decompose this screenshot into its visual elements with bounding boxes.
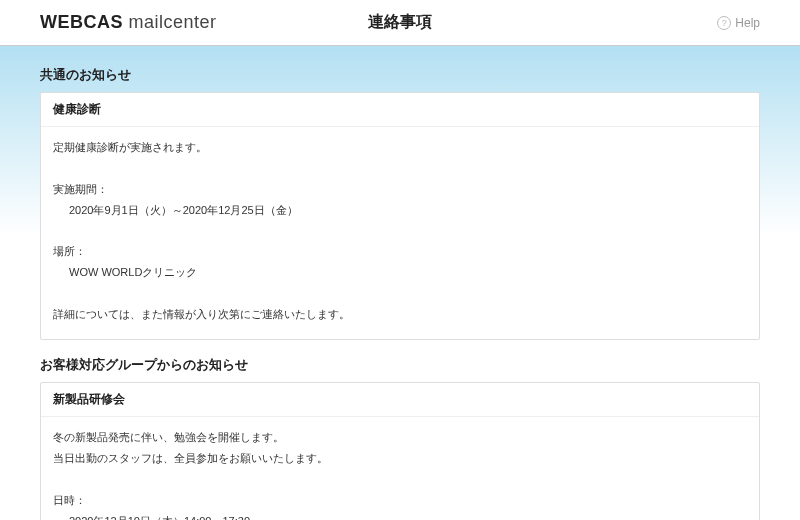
notice-box-group: 新製品研修会 冬の新製品発売に伴い、勉強会を開催します。 当日出勤のスタッフは、… bbox=[40, 382, 760, 520]
notice-box-general: 健康診断 定期健康診断が実施されます。 実施期間： 2020年9月1日（火）～2… bbox=[40, 92, 760, 340]
help-label: Help bbox=[735, 16, 760, 30]
logo-thin: mailcenter bbox=[129, 12, 217, 32]
notice1-title: 健康診断 bbox=[41, 93, 759, 127]
header-bar: WEBCAS mailcenter 連絡事項 ? Help bbox=[0, 0, 800, 46]
notice2-line1: 冬の新製品発売に伴い、勉強会を開催します。 bbox=[53, 427, 747, 448]
notice1-period-label: 実施期間： bbox=[53, 179, 747, 200]
notice2-body: 冬の新製品発売に伴い、勉強会を開催します。 当日出勤のスタッフは、全員参加をお願… bbox=[41, 417, 759, 520]
content-area: 共通のお知らせ 健康診断 定期健康診断が実施されます。 実施期間： 2020年9… bbox=[0, 46, 800, 520]
notice1-line1: 定期健康診断が実施されます。 bbox=[53, 137, 747, 158]
help-link[interactable]: ? Help bbox=[717, 16, 760, 30]
notice1-place: WOW WORLDクリニック bbox=[53, 262, 747, 283]
notice1-period: 2020年9月1日（火）～2020年12月25日（金） bbox=[53, 200, 747, 221]
help-icon: ? bbox=[717, 16, 731, 30]
section2-heading: お客様対応グループからのお知らせ bbox=[40, 356, 760, 374]
app-logo: WEBCAS mailcenter bbox=[40, 12, 217, 33]
notice2-datetime-label: 日時： bbox=[53, 490, 747, 511]
section1-heading: 共通のお知らせ bbox=[40, 66, 760, 84]
notice1-footnote: 詳細については、また情報が入り次第にご連絡いたします。 bbox=[53, 304, 747, 325]
notice1-place-label: 場所： bbox=[53, 241, 747, 262]
logo-bold: WEBCAS bbox=[40, 12, 123, 32]
notice2-title: 新製品研修会 bbox=[41, 383, 759, 417]
notice2-datetime: 2020年12月10日（木）14:00～17:30 bbox=[53, 511, 747, 520]
page-title: 連絡事項 bbox=[368, 12, 432, 33]
notice2-line2: 当日出勤のスタッフは、全員参加をお願いいたします。 bbox=[53, 448, 747, 469]
notice1-body: 定期健康診断が実施されます。 実施期間： 2020年9月1日（火）～2020年1… bbox=[41, 127, 759, 339]
